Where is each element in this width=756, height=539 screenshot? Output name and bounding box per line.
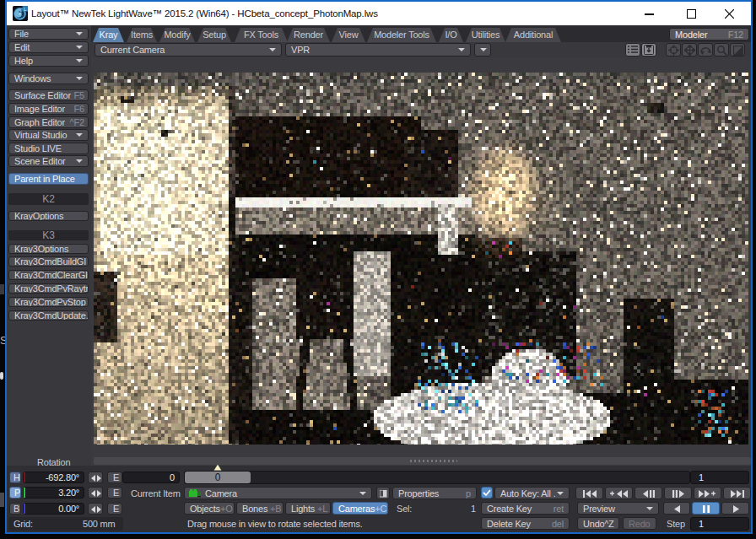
svg-text:L: L: [24, 6, 27, 12]
